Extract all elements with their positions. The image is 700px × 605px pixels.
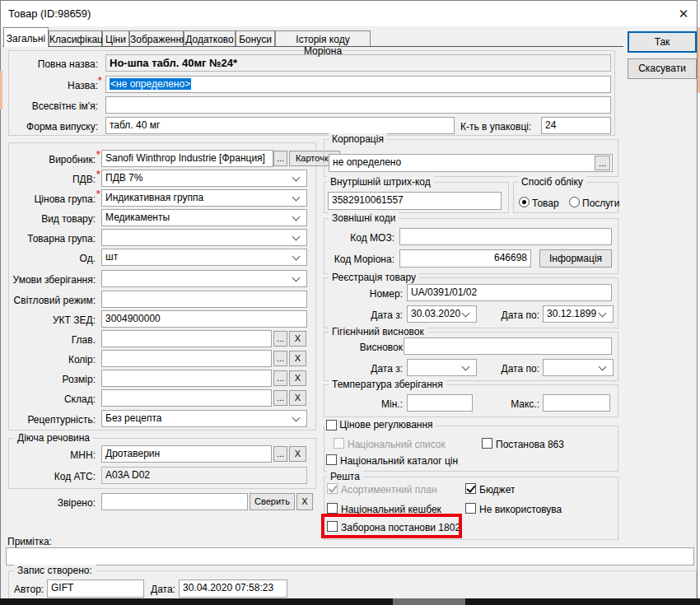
color-input[interactable] — [101, 350, 272, 367]
temp-max-label: Макс.: — [492, 398, 539, 410]
decree-863-checkbox[interactable] — [482, 438, 492, 449]
corporation-browse-button[interactable]: ... — [595, 156, 610, 170]
ukt-zed-input[interactable]: 3004900000 — [101, 310, 307, 328]
product-group-combo[interactable] — [101, 229, 307, 246]
record-date-label: Дата: — [151, 584, 175, 595]
verify-button[interactable]: Сверить — [250, 493, 295, 510]
mnn-input[interactable]: Дротаверин — [101, 445, 272, 463]
national-catalog-checkbox[interactable] — [326, 454, 337, 465]
do-not-use-checkbox[interactable] — [465, 503, 476, 514]
name-input[interactable]: <не определено> — [105, 76, 611, 93]
tab-baseline — [2, 46, 623, 47]
manufacturer-browse-button[interactable]: ... — [273, 151, 287, 166]
barcode-title: Внутрішній штрих-код — [327, 176, 434, 188]
mnn-clear-button[interactable]: X — [289, 446, 306, 462]
mnn-browse-button[interactable]: ... — [273, 446, 287, 462]
size-input[interactable] — [101, 370, 272, 387]
price-regulation-header: Цінове регулювання — [324, 419, 435, 430]
tab-bonuses[interactable]: Бонуси — [236, 30, 275, 47]
color-clear-button[interactable]: X — [289, 351, 306, 366]
record-date-input[interactable]: 30.04.2020 07:58:23 — [179, 579, 287, 598]
manufacturer-input[interactable]: Sanofi Winthrop Industrie [Франция] — [101, 150, 273, 167]
assortment-plan-checkbox[interactable] — [327, 483, 338, 494]
moz-code-input[interactable] — [399, 228, 612, 245]
price-group-combo[interactable]: Индикативная группа — [101, 189, 307, 207]
reg-date-from-label: Дата з: — [325, 309, 403, 321]
vat-label: ПДВ: — [9, 174, 96, 185]
title-bar: Товар (ID:98659) ✕ — [1, 1, 697, 26]
reg-date-to-label: Дата по: — [492, 309, 539, 321]
author-label: Автор: — [14, 584, 44, 595]
tab-additional[interactable]: Додатково — [184, 30, 236, 47]
composition-input[interactable] — [101, 389, 272, 407]
budget-checkbox[interactable] — [465, 483, 476, 494]
reg-number-input[interactable]: UA/0391/01/02 — [407, 284, 612, 301]
verified-clear-button[interactable]: X — [296, 493, 313, 510]
product-kind-combo[interactable]: Медикаменты — [101, 209, 307, 226]
main-label: Глав. — [9, 334, 96, 346]
storage-conditions-label: Умови зберігання: — [9, 274, 96, 286]
note-label: Примітка: — [7, 536, 52, 547]
unit-combo[interactable]: шт — [101, 249, 307, 266]
radio-services[interactable] — [569, 197, 580, 207]
pack-qty-label: К-ть в упаковці: — [460, 121, 531, 133]
main-clear-button[interactable]: X — [289, 331, 306, 347]
close-icon[interactable]: ✕ — [674, 5, 693, 23]
atc-code-field: A03A D02 — [101, 467, 307, 484]
hyg-date-from-select[interactable] — [407, 359, 477, 376]
author-input[interactable]: GIFT — [47, 579, 144, 598]
national-list-checkbox[interactable] — [334, 438, 344, 449]
barcode-input[interactable]: 3582910061557 — [328, 192, 502, 210]
composition-browse-button[interactable]: ... — [273, 390, 287, 406]
note-input[interactable] — [6, 547, 694, 565]
tab-images[interactable]: Зображення — [129, 30, 184, 47]
color-browse-button[interactable]: ... — [273, 351, 287, 366]
light-mode-input[interactable] — [101, 291, 307, 308]
size-label: Розмір: — [9, 374, 96, 385]
tab-general[interactable]: Загальні — [3, 27, 49, 47]
bottom-taskbar-strip — [0, 598, 700, 605]
radio-goods-label: Товар — [532, 198, 559, 209]
hyg-date-to-select[interactable] — [543, 359, 614, 376]
reg-date-from-select[interactable]: 30.03.2020 — [407, 305, 477, 323]
info-button[interactable]: Інформація — [539, 249, 612, 268]
verified-label: Звірено: — [9, 497, 96, 509]
temp-max-input[interactable] — [543, 394, 610, 412]
composition-clear-button[interactable]: X — [289, 390, 306, 406]
morion-code-input[interactable]: 646698 — [399, 249, 531, 268]
cancel-button[interactable]: Скасувати — [628, 58, 697, 79]
temp-min-input[interactable] — [407, 394, 473, 412]
radio-goods[interactable] — [519, 197, 530, 207]
full-name-label: Повна назва: — [9, 58, 98, 70]
tab-prices[interactable]: Ціни — [102, 30, 129, 47]
size-clear-button[interactable]: X — [289, 370, 306, 386]
ok-button[interactable]: Так — [628, 31, 697, 53]
price-regulation-checkbox[interactable] — [326, 420, 337, 430]
storage-conditions-combo[interactable] — [101, 270, 307, 287]
release-form-input[interactable]: табл. 40 мг — [105, 117, 455, 134]
name-required-asterisk: * — [98, 75, 102, 86]
tab-classification[interactable]: Класифікація — [49, 30, 102, 47]
rest-title: Решта — [327, 471, 363, 482]
window-title: Товар (ID:98659) — [8, 7, 91, 20]
national-cashback-checkbox[interactable] — [327, 503, 338, 514]
conclusion-input[interactable] — [404, 337, 612, 355]
size-browse-button[interactable]: ... — [273, 370, 287, 386]
verified-input[interactable] — [101, 493, 248, 510]
composition-label: Склад: — [9, 393, 96, 405]
light-mode-label: Світловий режим: — [9, 295, 96, 306]
budget-label: Бюджет — [479, 484, 515, 496]
pack-qty-input[interactable]: 24 — [541, 117, 611, 134]
corporation-input[interactable]: не определено — [329, 154, 613, 172]
reg-date-to-select[interactable]: 30.12.1899 — [543, 305, 614, 323]
main-input[interactable] — [101, 330, 272, 347]
hyg-date-from-label: Дата з: — [325, 363, 403, 375]
tab-morion-history[interactable]: Історія коду Моріона — [275, 30, 371, 47]
prescription-combo[interactable]: Без рецепта — [101, 410, 307, 427]
national-list-label: Національний список — [348, 439, 446, 450]
vat-combo[interactable]: ПДВ 7% — [101, 170, 307, 187]
national-catalog-label: Національний каталог цін — [340, 455, 458, 467]
active-substance-title: Діюча речовина — [14, 432, 93, 444]
world-name-input[interactable] — [105, 96, 611, 114]
main-browse-button[interactable]: ... — [273, 331, 287, 347]
